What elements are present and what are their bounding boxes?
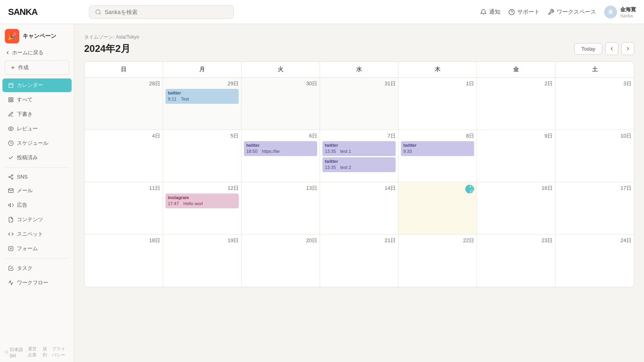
sidebar-item-task[interactable]: タスク <box>2 261 72 275</box>
calendar-cell[interactable]: 1日 <box>398 78 477 130</box>
wrench-icon <box>548 9 554 15</box>
user-area[interactable]: 金 金海寛 Sanka <box>604 6 636 19</box>
sidebar-item-content[interactable]: コンテンツ <box>2 213 72 226</box>
form-icon <box>8 246 14 251</box>
calendar-cell[interactable]: 5日 <box>163 130 242 182</box>
sidebar-item-mail[interactable]: メール <box>2 184 72 197</box>
calendar-nav: Today <box>574 42 634 55</box>
calendar-cell[interactable]: 7日twitter13:35 test 1twitter13:35 test 2 <box>320 130 398 182</box>
mail-icon <box>8 188 14 193</box>
calendar-cell[interactable]: 15日 <box>398 182 477 234</box>
timezone-label: タイムゾーン: Asia/Tokyo <box>84 34 634 41</box>
event-platform: instagram <box>168 195 236 201</box>
notification-button[interactable]: 通知 <box>480 8 500 16</box>
calendar-cell[interactable]: 8日twitter9:33 <box>398 130 477 182</box>
next-month-button[interactable] <box>621 42 634 55</box>
prev-month-button[interactable] <box>605 42 618 55</box>
cell-date: 11日 <box>87 185 160 192</box>
event-detail: 13:35 test 1 <box>325 149 351 154</box>
calendar-cell[interactable]: 9日 <box>477 130 555 182</box>
chevron-right-icon <box>625 46 631 51</box>
calendar-event[interactable]: twitter13:35 test 2 <box>322 157 396 172</box>
calendar-cell[interactable]: 13日 <box>242 182 320 234</box>
footer-terms-link[interactable]: 規約 <box>43 346 49 358</box>
search-input[interactable] <box>105 9 228 15</box>
sidebar-back-button[interactable]: ホームに戻る <box>0 47 74 59</box>
share-icon <box>8 174 14 180</box>
calendar-cell[interactable]: 2日 <box>477 78 555 130</box>
calendar-cell[interactable]: 10日 <box>555 130 634 182</box>
pencil-icon <box>8 111 14 117</box>
svg-point-17 <box>9 176 10 178</box>
cell-date: 19日 <box>165 237 239 244</box>
calendar-cell[interactable]: 24日 <box>555 234 634 287</box>
lang-selector[interactable]: 日本語 (ja) <box>5 347 28 358</box>
calendar-cell[interactable]: 28日 <box>85 78 163 130</box>
event-platform: twitter <box>403 142 472 148</box>
footer-company-link[interactable]: 運営企業 <box>28 346 39 358</box>
cell-date: 18日 <box>87 237 160 244</box>
calendar-cell[interactable]: 3日 <box>555 78 634 130</box>
sidebar: 🎉 キャンペーン ホームに戻る 作成 カレンダー すべて 下書き レビュー スケ… <box>0 24 74 362</box>
calendar-cell[interactable]: 22日 <box>398 234 477 287</box>
day-header-tue: 火 <box>242 62 320 77</box>
sidebar-item-label: すべて <box>17 96 33 103</box>
calendar-cell[interactable]: 18日 <box>85 234 163 287</box>
workflow-icon <box>8 280 14 286</box>
month-title: 2024年2月 <box>84 42 130 55</box>
calendar-cell[interactable]: 17日 <box>555 182 634 234</box>
event-platform: twitter <box>246 142 315 148</box>
workspace-label: ワークスペース <box>557 8 596 16</box>
sidebar-item-label: フォーム <box>17 245 38 252</box>
workspace-button[interactable]: ワークスペース <box>548 8 596 16</box>
calendar-cell[interactable]: 6日twitter18:50 https://tw <box>242 130 320 182</box>
sidebar-item-workflow[interactable]: ワークフロー <box>2 276 72 290</box>
user-sub: Sanka <box>620 13 636 18</box>
sidebar-item-snippet[interactable]: スニペット <box>2 227 72 241</box>
calendar-cell[interactable]: 29日twitter9:11 Test <box>163 78 242 130</box>
calendar-cell[interactable]: 20日 <box>242 234 320 287</box>
support-button[interactable]: サポート <box>508 8 540 16</box>
calendar-cell[interactable]: 14日 <box>320 182 398 234</box>
calendar-cell[interactable]: 31日 <box>320 78 398 130</box>
calendar-cell[interactable]: 19日 <box>163 234 242 287</box>
calendar-cell[interactable]: 21日 <box>320 234 398 287</box>
sidebar-item-label: SNS <box>17 174 28 180</box>
create-button[interactable]: 作成 <box>5 60 69 75</box>
calendar-header: 日 月 火 水 木 金 土 <box>85 62 634 78</box>
svg-rect-13 <box>9 100 10 102</box>
calendar-cell[interactable]: 23日 <box>477 234 555 287</box>
cell-date: 14日 <box>322 185 396 192</box>
calendar-event[interactable]: twitter18:50 https://tw <box>244 141 317 156</box>
today-button[interactable]: Today <box>574 43 602 55</box>
day-header-mon: 月 <box>163 62 242 77</box>
calendar-event[interactable]: twitter13:35 test 1 <box>322 141 396 156</box>
sidebar-item-ads[interactable]: 広告 <box>2 198 72 212</box>
grid-icon <box>8 97 14 103</box>
calendar-cell[interactable]: 12日instagram17:47 Hello worl <box>163 182 242 234</box>
sidebar-item-schedule[interactable]: スケジュール <box>2 136 72 150</box>
sidebar-item-all[interactable]: すべて <box>2 93 72 107</box>
check-circle-icon <box>5 350 8 354</box>
sidebar-item-calendar[interactable]: カレンダー <box>2 78 72 92</box>
calendar-cell[interactable]: 4日 <box>85 130 163 182</box>
cell-date: 30日 <box>244 80 317 87</box>
calendar-cell[interactable]: 11日 <box>85 182 163 234</box>
cell-date: 9日 <box>479 132 553 140</box>
calendar-event[interactable]: instagram17:47 Hello worl <box>165 193 239 208</box>
calendar-event[interactable]: twitter9:33 <box>401 141 474 156</box>
sidebar-item-review[interactable]: レビュー <box>2 122 72 136</box>
question-icon <box>508 9 515 15</box>
sidebar-item-label: 投稿済み <box>17 154 38 161</box>
sidebar-item-draft[interactable]: 下書き <box>2 107 72 121</box>
footer-privacy-link[interactable]: プライバシー <box>52 346 69 358</box>
calendar-grid: 日 月 火 水 木 金 土 28日29日twitter9:11 Test30日3… <box>84 62 634 287</box>
sidebar-item-label: ワークフロー <box>17 279 48 286</box>
sidebar-item-form[interactable]: フォーム <box>2 242 72 255</box>
calendar-cell[interactable]: 16日 <box>477 182 555 234</box>
sidebar-item-sns[interactable]: SNS <box>2 171 72 183</box>
campaign-icon: 🎉 <box>5 29 19 43</box>
sidebar-item-posted[interactable]: 投稿済み <box>2 151 72 165</box>
calendar-event[interactable]: twitter9:11 Test <box>165 89 239 104</box>
calendar-cell[interactable]: 30日 <box>242 78 320 130</box>
